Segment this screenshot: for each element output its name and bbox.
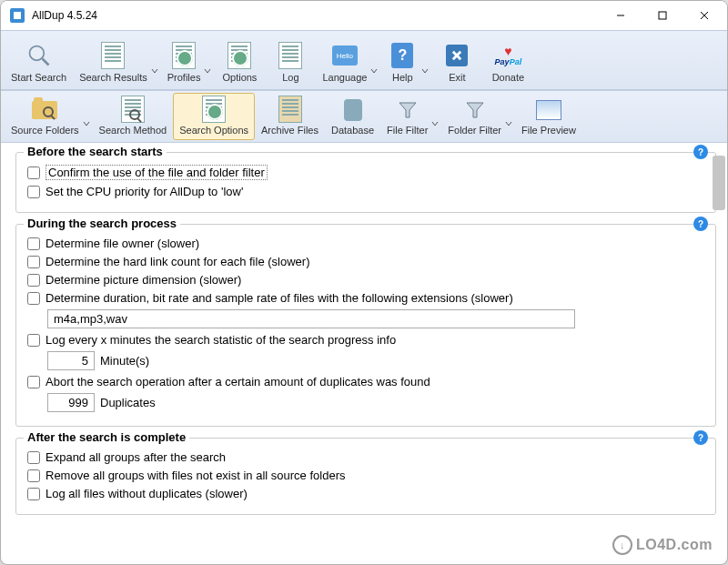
checkbox-row: Log all files without duplicates (slower… [25, 487, 706, 500]
options-button[interactable]: Options [214, 33, 265, 87]
chevron-down-icon[interactable] [151, 65, 158, 77]
chevron-down-icon[interactable] [431, 117, 439, 130]
database-icon [339, 97, 368, 123]
cpu-priority-checkbox[interactable] [27, 186, 40, 198]
window-title: AllDup 4.5.24 [32, 9, 97, 22]
input-row: Duplicates [25, 393, 706, 412]
document-gear-icon [225, 41, 254, 70]
abort-threshold-checkbox[interactable] [27, 376, 40, 388]
document-magnifier-icon [98, 41, 127, 70]
document-gear-icon [199, 96, 228, 123]
checkbox-label: Log all files without duplicates (slower… [46, 487, 248, 500]
search-results-button[interactable]: Search Results [73, 33, 161, 87]
help-icon[interactable]: ? [693, 217, 708, 231]
input-row: Minute(s) [25, 351, 706, 370]
funnel-icon [393, 97, 422, 123]
scrollbar-thumb[interactable] [713, 156, 725, 210]
checkbox-row: Log every x minutes the search statistic… [25, 333, 706, 347]
checkbox-label: Remove all groups with files not exist i… [46, 469, 345, 482]
chevron-down-icon[interactable] [421, 65, 429, 77]
checkbox-label: Determine file owner (slower) [46, 237, 199, 250]
checkbox-label: Expand all groups after the search [46, 450, 226, 464]
magnifier-icon [25, 41, 54, 70]
log-no-duplicates-checkbox[interactable] [27, 488, 40, 500]
section-before-search: Before the search starts ? Confirm the u… [15, 152, 716, 213]
search-options-button[interactable]: Search Options [173, 93, 255, 140]
download-icon: ↓ [612, 535, 632, 555]
document-magnifier-icon [118, 96, 147, 123]
checkbox-row: Determine picture dimension (slower) [25, 273, 706, 287]
chevron-down-icon[interactable] [204, 65, 211, 77]
checkbox-row: Expand all groups after the search [25, 450, 706, 464]
chevron-down-icon[interactable] [505, 117, 512, 130]
help-icon[interactable]: ? [693, 145, 708, 159]
determine-media-checkbox[interactable] [27, 292, 40, 305]
checkbox-label: Determine duration, bit rate and sample … [46, 291, 513, 305]
hardlink-count-checkbox[interactable] [27, 256, 40, 268]
log-button[interactable]: Log [265, 33, 316, 87]
archive-files-button[interactable]: Archive Files [255, 93, 325, 140]
file-preview-button[interactable]: File Preview [515, 93, 582, 140]
svg-rect-1 [659, 12, 666, 19]
section-title: After the search is complete [24, 430, 189, 444]
abort-threshold-input[interactable] [47, 393, 95, 412]
close-button[interactable] [683, 2, 725, 29]
document-icon [276, 41, 305, 70]
svg-point-4 [29, 46, 44, 61]
folder-magnifier-icon [30, 97, 59, 123]
section-title: During the search process [24, 217, 180, 230]
donate-button[interactable]: ♥PayPal Donate [482, 33, 533, 87]
paypal-icon: ♥PayPal [493, 41, 522, 70]
section-after-search: After the search is complete ? Expand al… [15, 438, 716, 515]
profiles-button[interactable]: Profiles [161, 33, 215, 87]
checkbox-row: Determine the hard link count for each f… [25, 255, 706, 268]
language-button[interactable]: Hello Language [316, 33, 380, 87]
document-gear-icon [169, 41, 198, 70]
watermark-text: LO4D.com [636, 537, 713, 553]
search-method-button[interactable]: Search Method [93, 93, 174, 140]
help-button[interactable]: ? Help [380, 33, 431, 87]
checkbox-row: Abort the search operation after a certa… [25, 375, 706, 388]
input-row [25, 309, 706, 328]
checkbox-label: Determine picture dimension (slower) [46, 273, 241, 287]
maximize-button[interactable] [642, 2, 683, 29]
chevron-down-icon[interactable] [370, 65, 378, 77]
log-interval-input[interactable] [47, 351, 95, 370]
unit-label: Minute(s) [100, 354, 149, 368]
unit-label: Duplicates [100, 396, 156, 409]
exit-icon [442, 41, 471, 70]
checkbox-label: Log every x minutes the search statistic… [46, 333, 396, 347]
log-interval-checkbox[interactable] [27, 334, 40, 347]
folder-filter-button[interactable]: Folder Filter [441, 93, 515, 140]
checkbox-row: Confirm the use of the file and folder f… [25, 165, 706, 180]
help-icon: ? [388, 41, 417, 70]
file-filter-button[interactable]: File Filter [380, 93, 441, 140]
expand-groups-checkbox[interactable] [27, 451, 40, 464]
minimize-button[interactable] [600, 2, 642, 29]
start-search-button[interactable]: Start Search [5, 33, 73, 87]
archive-icon [276, 96, 305, 123]
secondary-toolbar: Source Folders Search Method Search Opti… [1, 90, 727, 143]
app-icon [10, 8, 25, 23]
chevron-down-icon[interactable] [83, 117, 90, 130]
checkbox-label: Set the CPU priority for AllDup to 'low' [46, 185, 243, 198]
file-owner-checkbox[interactable] [27, 237, 40, 250]
section-during-search: During the search process ? Determine fi… [15, 224, 716, 427]
confirm-filter-checkbox[interactable] [27, 166, 40, 179]
funnel-icon [460, 97, 490, 123]
app-window: AllDup 4.5.24 Start Search Search Result… [0, 0, 728, 565]
svg-line-5 [42, 59, 48, 66]
exit-button[interactable]: Exit [431, 33, 482, 87]
source-folders-button[interactable]: Source Folders [5, 93, 93, 140]
checkbox-row: Determine file owner (slower) [25, 237, 706, 250]
database-button[interactable]: Database [325, 93, 380, 140]
titlebar: AllDup 4.5.24 [1, 1, 727, 30]
remove-groups-checkbox[interactable] [27, 469, 40, 482]
checkbox-row: Set the CPU priority for AllDup to 'low' [25, 185, 706, 198]
main-toolbar: Start Search Search Results Profiles Opt… [1, 30, 727, 90]
picture-dimension-checkbox[interactable] [27, 274, 40, 287]
media-extensions-input[interactable] [47, 309, 575, 328]
checkbox-label: Confirm the use of the file and folder f… [46, 165, 268, 180]
help-icon[interactable]: ? [693, 430, 708, 445]
checkbox-row: Determine duration, bit rate and sample … [25, 291, 706, 305]
